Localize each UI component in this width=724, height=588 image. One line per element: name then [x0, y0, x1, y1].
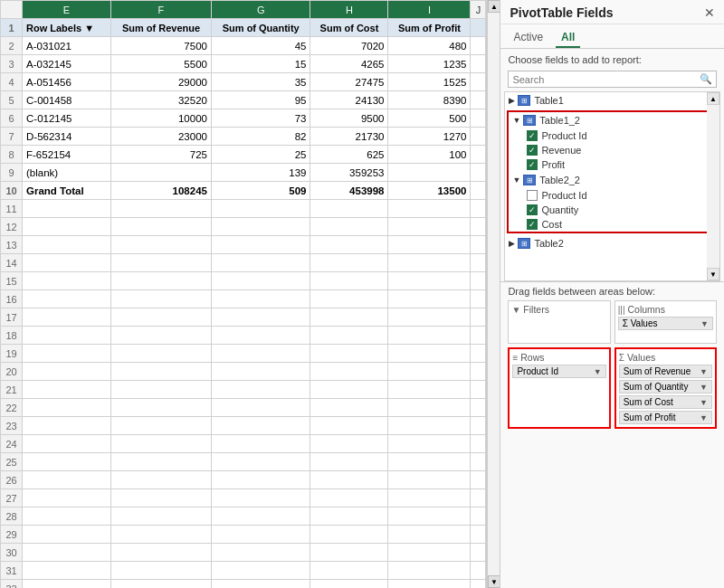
cell-cost-23[interactable] — [310, 417, 388, 435]
cell-qty-10[interactable]: 509 — [211, 182, 310, 200]
cell-qty-30[interactable] — [211, 544, 310, 562]
field-revenue[interactable]: ✓ Revenue — [509, 143, 716, 157]
cell-rev-12[interactable] — [111, 218, 212, 236]
cell-cost-15[interactable] — [310, 272, 388, 290]
cell-cost-5[interactable]: 24130 — [310, 91, 388, 109]
cell-qty-28[interactable] — [211, 507, 310, 526]
cell-label-17[interactable] — [23, 308, 111, 327]
cell-rev-28[interactable] — [111, 507, 212, 526]
values-profit-dropdown[interactable]: ▼ — [700, 413, 708, 422]
cell-label-23[interactable] — [23, 417, 111, 435]
fields-scroll-down[interactable]: ▼ — [707, 268, 719, 280]
values-revenue-item[interactable]: Sum of Revenue ▼ — [619, 365, 712, 378]
cell-rev-5[interactable]: 32520 — [111, 91, 212, 109]
cell-qty-15[interactable] — [211, 272, 310, 290]
cell-rev-1[interactable]: Sum of Revenue — [111, 19, 212, 37]
col-f-header[interactable]: F — [111, 1, 212, 19]
cell-cost-11[interactable] — [310, 200, 388, 218]
cell-profit-21[interactable] — [388, 381, 471, 399]
cell-label-19[interactable] — [23, 345, 111, 363]
cell-profit-3[interactable]: 1235 — [388, 55, 471, 73]
cell-label-11[interactable] — [23, 200, 111, 218]
cell-qty-23[interactable] — [211, 417, 310, 435]
cell-label-7[interactable]: D-562314 — [23, 128, 111, 146]
cell-qty-26[interactable] — [211, 471, 310, 489]
cell-label-16[interactable] — [23, 290, 111, 308]
values-quantity-item[interactable]: Sum of Quantity ▼ — [619, 380, 712, 394]
values-revenue-dropdown[interactable]: ▼ — [700, 367, 708, 376]
cell-cost-13[interactable] — [310, 236, 388, 254]
search-input[interactable] — [512, 74, 700, 85]
cell-rev-2[interactable]: 7500 — [111, 37, 212, 55]
cell-cost-26[interactable] — [310, 471, 388, 489]
cell-qty-3[interactable]: 15 — [211, 55, 310, 73]
cell-label-29[interactable] — [23, 526, 111, 544]
cell-label-13[interactable] — [23, 236, 111, 254]
fields-scrollbar[interactable]: ▲ ▼ — [707, 92, 719, 280]
cell-qty-32[interactable] — [211, 580, 310, 589]
field-profit[interactable]: ✓ Profit — [509, 157, 716, 172]
cell-label-9[interactable]: (blank) — [23, 164, 111, 182]
cell-rev-27[interactable] — [111, 489, 212, 507]
cell-profit-20[interactable] — [388, 363, 471, 381]
cell-profit-12[interactable] — [388, 218, 471, 236]
cell-rev-9[interactable] — [111, 164, 212, 182]
cell-label-18[interactable] — [23, 327, 111, 345]
cell-label-5[interactable]: C-001458 — [23, 91, 111, 109]
cell-profit-31[interactable] — [388, 562, 471, 580]
cell-qty-2[interactable]: 45 — [211, 37, 310, 55]
cell-profit-4[interactable]: 1525 — [388, 73, 471, 91]
col-j-header[interactable]: J — [471, 1, 486, 19]
cell-label-4[interactable]: A-051456 — [23, 73, 111, 91]
cell-rev-11[interactable] — [111, 200, 212, 218]
rows-product-id-item[interactable]: Product Id ▼ — [512, 365, 605, 378]
cell-label-6[interactable]: C-012145 — [23, 109, 111, 128]
field-product-id-1[interactable]: ✓ Product Id — [509, 128, 716, 143]
cell-rev-4[interactable]: 29000 — [111, 73, 212, 91]
checkbox-cost[interactable]: ✓ — [527, 219, 538, 230]
values-profit-item[interactable]: Sum of Profit ▼ — [619, 411, 712, 424]
table2-header[interactable]: ▶ ⊞ Table2 — [505, 235, 719, 251]
cell-rev-10[interactable]: 108245 — [111, 182, 212, 200]
cell-profit-22[interactable] — [388, 399, 471, 417]
cell-rev-21[interactable] — [111, 381, 212, 399]
checkbox-revenue[interactable]: ✓ — [527, 145, 538, 156]
cell-profit-13[interactable] — [388, 236, 471, 254]
cell-rev-17[interactable] — [111, 308, 212, 327]
col-i-header[interactable]: I — [388, 1, 471, 19]
tab-active[interactable]: Active — [508, 28, 548, 48]
cell-profit-10[interactable]: 13500 — [388, 182, 471, 200]
cell-qty-4[interactable]: 35 — [211, 73, 310, 91]
field-quantity[interactable]: ✓ Quantity — [509, 203, 716, 217]
cell-cost-7[interactable]: 21730 — [310, 128, 388, 146]
cell-cost-30[interactable] — [310, 544, 388, 562]
cell-qty-25[interactable] — [211, 453, 310, 471]
cell-rev-13[interactable] — [111, 236, 212, 254]
cell-qty-29[interactable] — [211, 526, 310, 544]
values-quantity-dropdown[interactable]: ▼ — [700, 383, 708, 392]
cell-label-20[interactable] — [23, 363, 111, 381]
cell-label-3[interactable]: A-032145 — [23, 55, 111, 73]
cell-profit-9[interactable] — [388, 164, 471, 182]
field-product-id-2[interactable]: Product Id — [509, 188, 716, 203]
cell-label-1[interactable]: Row Labels ▼ — [23, 19, 111, 37]
scroll-up-button[interactable]: ▲ — [488, 0, 500, 13]
cell-rev-16[interactable] — [111, 290, 212, 308]
cell-cost-21[interactable] — [310, 381, 388, 399]
cell-cost-14[interactable] — [310, 254, 388, 272]
cell-qty-17[interactable] — [211, 308, 310, 327]
cell-rev-24[interactable] — [111, 435, 212, 453]
cell-label-14[interactable] — [23, 254, 111, 272]
cell-rev-29[interactable] — [111, 526, 212, 544]
cell-label-31[interactable] — [23, 562, 111, 580]
cell-profit-30[interactable] — [388, 544, 471, 562]
cell-label-2[interactable]: A-031021 — [23, 37, 111, 55]
cell-label-28[interactable] — [23, 507, 111, 526]
cell-qty-9[interactable]: 139 — [211, 164, 310, 182]
cell-rev-3[interactable]: 5500 — [111, 55, 212, 73]
cell-cost-19[interactable] — [310, 345, 388, 363]
cell-label-26[interactable] — [23, 471, 111, 489]
cell-rev-15[interactable] — [111, 272, 212, 290]
cell-rev-31[interactable] — [111, 562, 212, 580]
cell-profit-14[interactable] — [388, 254, 471, 272]
